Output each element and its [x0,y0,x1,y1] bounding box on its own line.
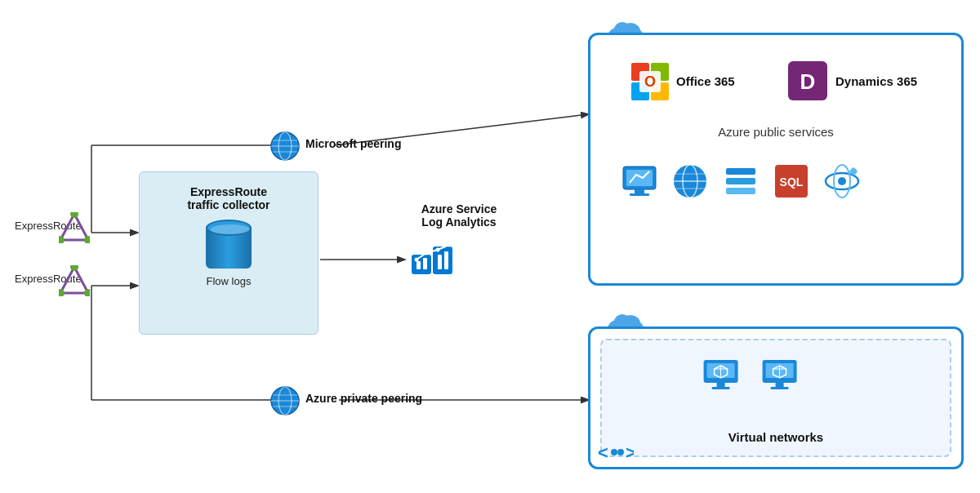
service-icons-row: SQL [620,162,862,204]
svg-point-10 [59,236,65,243]
svg-point-92 [617,449,624,455]
svg-point-15 [84,289,90,296]
svg-text:<: < [598,442,608,463]
vnet-monitor-icons [701,355,808,404]
log-analytics-label: Azure ServiceLog Analytics [406,202,512,229]
svg-point-66 [838,177,846,185]
svg-rect-19 [416,261,421,269]
azure-public-services-label: Azure public services [718,125,834,139]
log-analytics-icon [410,237,456,286]
svg-point-24 [425,251,429,255]
code-brackets-icon: < > [596,441,634,467]
vnet-monitor-2 [760,355,808,404]
collector-title: ExpressRoutetraffic collector [187,185,270,211]
svg-text:O: O [644,73,656,90]
vnet-inner-box: Virtual networks [600,339,951,457]
svg-rect-17 [412,255,431,274]
svg-rect-82 [712,387,730,389]
svg-point-11 [84,236,90,243]
svg-text:>: > [626,442,634,463]
svg-rect-22 [444,251,448,269]
svg-point-14 [59,289,65,296]
svg-rect-81 [717,383,725,387]
azure-private-peering-label: Azure private peering [305,392,422,405]
svg-text:SQL: SQL [780,175,804,189]
svg-point-25 [436,248,440,252]
svg-rect-88 [776,383,784,387]
svg-rect-52 [630,193,649,196]
flow-logs-label: Flow logs [207,275,252,287]
diagram: ExpressRoute ExpressRoute ExpressRoutetr… [0,0,980,493]
svg-rect-61 [726,188,755,194]
svg-point-23 [415,258,419,262]
svg-text:D: D [800,69,816,94]
collector-box: ExpressRoutetraffic collector Flow logs [139,171,318,335]
svg-rect-60 [726,178,755,184]
azure-public-box: O Office 365 D Dynamics 365 Azure public… [588,33,964,286]
microsoft-peering-label: Microsoft peering [305,137,401,150]
office365-label: Office 365 [676,74,735,88]
microsoft-peering-globe [270,131,301,165]
dynamics365-label: Dynamics 365 [835,74,917,88]
virtual-networks-label: Virtual networks [728,430,823,444]
svg-rect-89 [771,387,789,389]
monitor-icon [620,162,659,204]
virtual-networks-box: Virtual networks [588,326,964,469]
svg-rect-21 [438,255,442,269]
svg-rect-20 [423,258,427,269]
azure-private-peering-globe [270,385,301,420]
dynamics365-icon: D [786,60,829,105]
stack-icon [721,162,760,204]
svg-rect-59 [726,168,755,175]
office365-icon: O [628,60,672,107]
flow-logs-icon: Flow logs [206,220,252,287]
triangle-icon-2 [59,265,90,296]
svg-point-91 [611,449,617,455]
network-globe-icon [670,162,710,204]
sql-icon: SQL [772,162,811,204]
svg-rect-51 [635,189,644,193]
svg-point-26 [448,243,452,247]
vnet-monitor-1 [701,355,750,404]
satellite-icon [822,162,862,204]
triangle-icon-1 [59,212,90,243]
